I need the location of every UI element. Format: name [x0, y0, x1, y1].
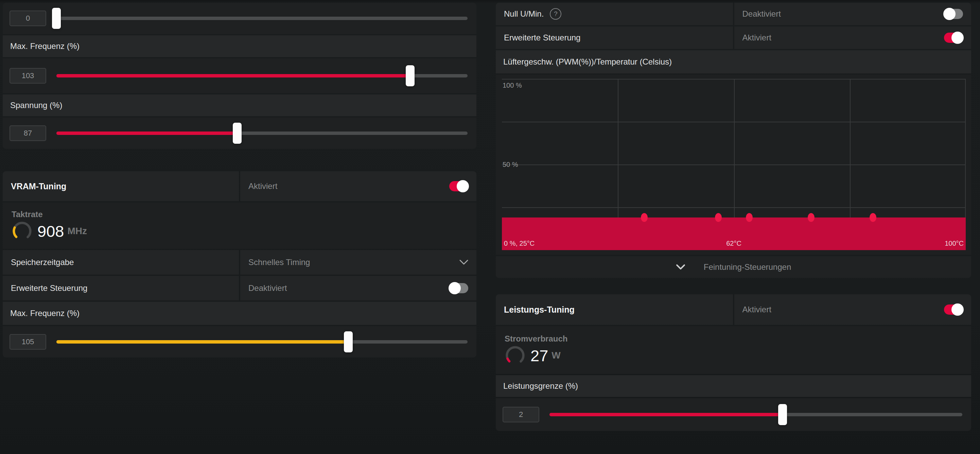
vram-advanced-status-cell: Deaktiviert	[240, 276, 476, 300]
max-frequency-slider[interactable]	[56, 65, 468, 87]
zero-rpm-toggle[interactable]	[944, 9, 963, 19]
min-frequency-slider[interactable]	[56, 8, 468, 29]
fan-advanced-toggle[interactable]	[944, 33, 963, 43]
power-draw-value: 27	[530, 346, 548, 365]
slider-handle[interactable]	[52, 8, 61, 29]
vram-tuning-toggle[interactable]	[449, 181, 468, 191]
vram-advanced-label: Erweiterte Steuerung	[11, 284, 88, 293]
max-frequency-header-label: Max. Frequenz (%)	[10, 41, 80, 51]
power-tuning-toggle[interactable]	[944, 304, 963, 315]
y-axis-label-100: 100 %	[503, 81, 522, 89]
power-limit-slider-row	[496, 398, 971, 431]
zero-rpm-label: Null U/Min.	[504, 9, 544, 19]
left-column: Max. Frequenz (%) Spannung (%)	[3, 3, 476, 357]
slider-handle[interactable]	[344, 331, 353, 352]
slider-track	[56, 340, 468, 344]
vram-max-frequency-slider-row	[3, 326, 476, 357]
fan-curve-point[interactable]	[641, 213, 648, 222]
zero-rpm-row: Null U/Min. ? Deaktiviert	[496, 3, 971, 25]
fan-tuning-panel: Null U/Min. ? Deaktiviert Erweiterte Ste…	[496, 3, 971, 278]
clock-gauge-icon	[11, 221, 33, 242]
zero-rpm-status: Deaktiviert	[743, 9, 781, 19]
memory-timing-label-cell: Speicherzeitgabe	[3, 250, 239, 275]
x-axis-label-max: 100°C	[945, 240, 964, 247]
power-limit-header: Leistungsgrenze (%)	[496, 375, 971, 397]
voltage-header-label: Spannung (%)	[10, 100, 62, 110]
toggle-knob	[943, 8, 956, 20]
power-title-cell: Leistungs-Tuning	[496, 294, 733, 325]
zero-rpm-status-cell: Deaktiviert	[734, 3, 972, 25]
fan-advanced-label: Erweiterte Steuerung	[504, 33, 581, 43]
memory-timing-row: Speicherzeitgabe Schnelles Timing	[3, 250, 476, 275]
fan-curve-point[interactable]	[715, 213, 722, 222]
slider-handle[interactable]	[233, 123, 242, 144]
fan-advanced-status-cell: Aktiviert	[734, 27, 972, 49]
max-frequency-slider-row	[3, 59, 476, 93]
vram-tuning-panel: VRAM-Tuning Aktiviert Taktrate	[3, 171, 476, 357]
chevron-down-icon[interactable]	[460, 260, 468, 265]
slider-handle[interactable]	[406, 65, 415, 86]
max-frequency-input[interactable]	[10, 68, 46, 84]
vram-title-cell: VRAM-Tuning	[3, 171, 239, 201]
fan-advanced-row: Erweiterte Steuerung Aktiviert	[496, 27, 971, 49]
vram-max-frequency-input[interactable]	[10, 334, 46, 350]
voltage-input[interactable]	[10, 126, 46, 141]
fine-tuning-label: Feintuning-Steuerungen	[704, 262, 791, 272]
min-frequency-input[interactable]	[10, 11, 46, 26]
toggle-knob	[449, 282, 461, 294]
vram-max-frequency-header-label: Max. Frequenz (%)	[10, 309, 80, 318]
power-status-cell: Aktiviert	[734, 294, 972, 325]
fan-chart-header: Lüftergeschw. (PWM(%))/Temperatur (Celsi…	[496, 50, 971, 73]
vram-tuning-title: VRAM-Tuning	[11, 182, 66, 191]
fan-curve-point[interactable]	[808, 213, 815, 222]
toggle-knob	[951, 32, 964, 44]
right-column: Null U/Min. ? Deaktiviert Erweiterte Ste…	[496, 3, 971, 431]
clock-rate-value: 908	[37, 222, 64, 241]
voltage-slider[interactable]	[56, 122, 468, 144]
power-limit-slider[interactable]	[549, 404, 963, 425]
x-axis-label-origin: 0 %, 25°C	[504, 240, 535, 247]
vram-max-frequency-header: Max. Frequenz (%)	[3, 302, 476, 325]
slider-track	[56, 132, 468, 135]
voltage-header: Spannung (%)	[3, 94, 476, 116]
gpu-frequency-panel: Max. Frequenz (%) Spannung (%)	[3, 3, 476, 149]
zero-rpm-label-cell: Null U/Min. ?	[496, 3, 733, 25]
memory-timing-label: Speicherzeitgabe	[11, 258, 74, 267]
slider-handle[interactable]	[778, 404, 787, 425]
fan-curve-point[interactable]	[746, 213, 752, 222]
power-title-row: Leistungs-Tuning Aktiviert	[496, 294, 971, 325]
vram-advanced-toggle[interactable]	[449, 283, 468, 293]
chevron-down-icon[interactable]	[676, 264, 686, 270]
slider-fill	[549, 413, 783, 416]
fan-curve-plot[interactable]: 100 % 50 % 0 %, 25°C 62°C 100°C	[502, 79, 966, 250]
vram-clock-row: Taktrate 908 MHz	[3, 202, 476, 249]
slider-track	[56, 17, 468, 20]
power-limit-header-label: Leistungsgrenze (%)	[503, 381, 578, 391]
toggle-knob	[951, 303, 964, 316]
power-draw-label: Stromverbrauch	[504, 334, 971, 344]
vram-status-text: Aktiviert	[248, 182, 277, 191]
memory-timing-dropdown[interactable]: Schnelles Timing	[240, 250, 476, 275]
x-axis-label-mid: 62°C	[726, 240, 741, 247]
power-limit-input[interactable]	[503, 407, 539, 422]
vram-advanced-label-cell: Erweiterte Steuerung	[3, 276, 239, 300]
min-frequency-slider-row	[3, 3, 476, 34]
max-frequency-header: Max. Frequenz (%)	[3, 35, 476, 57]
toggle-knob	[457, 180, 469, 192]
fan-curve-chart: 100 % 50 % 0 %, 25°C 62°C 100°C	[496, 75, 971, 255]
clock-rate-label: Taktrate	[11, 210, 476, 219]
vram-max-frequency-slider[interactable]	[56, 331, 468, 353]
slider-fill	[56, 74, 410, 78]
power-status-text: Aktiviert	[743, 305, 772, 314]
fan-advanced-label-cell: Erweiterte Steuerung	[496, 27, 733, 49]
power-draw-row: Stromverbrauch 27 W	[496, 326, 971, 374]
fine-tuning-row[interactable]: Feintuning-Steuerungen	[496, 256, 971, 278]
tuning-screen: Max. Frequenz (%) Spannung (%)	[0, 0, 980, 454]
clock-rate-unit: MHz	[67, 226, 87, 237]
help-icon[interactable]: ?	[550, 8, 562, 20]
fan-curve-point[interactable]	[870, 213, 877, 222]
slider-fill	[56, 340, 348, 344]
slider-track	[549, 413, 963, 416]
fan-advanced-status: Aktiviert	[743, 33, 772, 43]
vram-status-cell: Aktiviert	[240, 171, 476, 201]
